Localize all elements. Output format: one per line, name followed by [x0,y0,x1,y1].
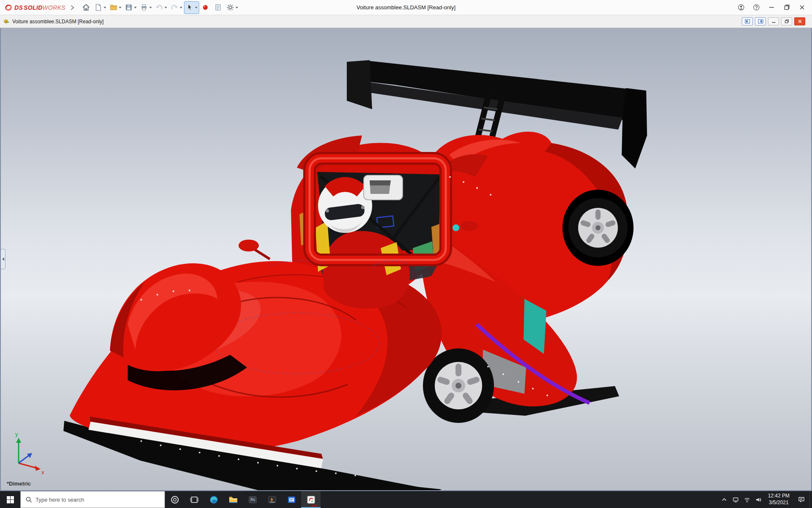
dropdown-caret-icon[interactable] [165,7,167,8]
dropdown-caret-icon[interactable] [149,7,152,8]
select-tool-button[interactable] [184,1,199,14]
network-icon [732,497,739,503]
doc-window-extra-button-1[interactable] [742,17,753,25]
brand-prefix: DS [14,4,23,11]
print-button[interactable] [138,1,154,14]
view-orientation-label: *Dimetric [7,480,31,487]
taskbar-clock[interactable]: 12:42 PM 3/5/2021 [764,493,793,506]
undo-button[interactable] [154,1,169,14]
dropdown-caret-icon[interactable] [180,7,182,8]
clock-date: 3/5/2021 [768,500,790,506]
air-intake[interactable] [364,175,403,200]
volume-icon [755,497,762,503]
media-player-button[interactable] [262,491,282,508]
maximize-button[interactable] [779,0,794,15]
collapse-arrow-icon [2,257,4,261]
solidworks-app-button[interactable]: 2021 [301,491,321,508]
solidworks-logo: DSSOLIDWORKS [3,3,69,12]
undo-icon [155,3,163,11]
show-desktop-button[interactable] [809,491,812,508]
edge-icon [209,495,219,505]
close-icon [798,4,806,11]
start-button[interactable] [0,491,20,508]
tray-expand-button[interactable] [719,491,730,508]
help-button[interactable] [749,0,764,15]
left-front-fender[interactable] [110,263,247,390]
brand-text: DSSOLIDWORKS [14,4,66,11]
network-status[interactable] [730,491,741,508]
windows-logo-icon [7,496,14,503]
dassault-mark-icon [4,3,13,12]
blue-app-icon [287,495,296,505]
dropdown-caret-icon[interactable] [104,7,106,8]
dropdown-caret-icon[interactable] [236,7,238,8]
new-document-icon [94,3,102,11]
document-window-titlebar: Voiture assomblee.SLDASM [Read-only] [0,15,812,28]
settings-button[interactable] [225,1,240,14]
solidworks-app-icon [306,495,316,505]
clock-time: 12:42 PM [768,493,790,500]
minimize-button[interactable] [764,0,779,15]
orientation-triad[interactable]: y x [15,431,44,475]
close-button[interactable] [794,0,809,15]
doc-minimize-button[interactable] [768,17,779,25]
redo-icon [170,3,178,11]
document-window-controls [742,17,809,25]
file-explorer-icon [228,495,238,505]
menu-flyout-chevron[interactable] [69,2,76,14]
3d-scene[interactable]: y x [1,28,811,490]
wifi-icon [744,497,750,503]
titlebar-controls [733,0,809,15]
blue-app-button[interactable] [282,491,301,508]
save-button[interactable] [123,1,138,14]
task-view-icon [189,495,199,505]
document-title: Voiture assomblee.SLDASM [Read-only] [12,19,104,25]
doc-window-extra-button-2[interactable] [755,17,766,25]
document-properties-button[interactable] [212,1,225,14]
graphics-viewport[interactable]: y x *Dimetric [0,28,812,491]
system-tray: 12:42 PM 3/5/2021 [719,491,812,508]
print-icon [140,3,148,11]
red-dot-icon [201,3,209,11]
select-arrow-icon [186,3,194,11]
minimize-icon [768,4,775,11]
settings-gear-icon [226,3,234,11]
open-button[interactable] [108,1,123,14]
dropdown-caret-icon[interactable] [134,7,137,8]
volume-status[interactable] [753,491,764,508]
redo-button[interactable] [169,1,184,14]
chevron-right-icon [71,5,74,10]
red-dot-button[interactable] [199,1,212,14]
photos-button[interactable] [243,491,262,508]
dropdown-caret-icon[interactable] [119,7,121,8]
account-icon [738,4,745,11]
account-button[interactable] [733,0,749,15]
brand-works: WORKS [42,4,65,11]
edge-button[interactable] [204,491,223,508]
brand-solid: SOLID [24,4,42,11]
open-folder-icon [110,3,118,11]
cortana-button[interactable] [165,491,184,508]
doc-restore-button[interactable] [781,17,792,25]
home-button[interactable] [80,1,93,14]
new-document-button[interactable] [93,1,108,14]
assembly-document-icon [3,18,10,25]
tray-chevron-icon [721,497,727,503]
triad-x-label: x [41,469,44,475]
file-explorer-button[interactable] [223,491,243,508]
search-input[interactable] [36,497,159,503]
screen: DSSOLIDWORKS [0,0,812,508]
dropdown-caret-icon[interactable] [195,7,198,8]
featuremanager-collapse-handle[interactable] [1,249,5,269]
doc-close-button[interactable] [794,17,805,25]
rear-right-wheel[interactable] [562,190,634,266]
help-icon [753,4,760,11]
action-center-button[interactable] [793,491,809,508]
media-player-icon [267,495,277,505]
taskbar-search[interactable] [20,491,165,508]
task-view-button[interactable] [184,491,204,508]
triad-y-label: y [15,431,18,437]
wifi-status[interactable] [741,491,753,508]
home-icon [82,3,90,11]
search-icon [26,497,32,503]
